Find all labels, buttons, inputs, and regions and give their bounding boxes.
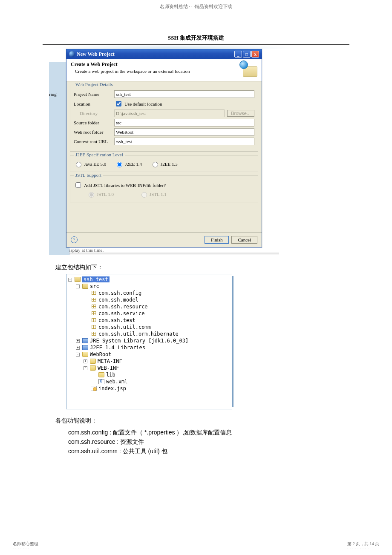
desc-resource: com.ssh.resource : 资源文件: [68, 438, 349, 446]
tree-jre[interactable]: JRE System Library [jdk1.6.0_03]: [90, 338, 188, 344]
input-source-folder[interactable]: [114, 119, 254, 127]
cancel-button[interactable]: Cancel: [231, 236, 257, 244]
tree-pkg-model[interactable]: com.ssh.model: [98, 297, 138, 303]
tree-root[interactable]: ssh_test: [82, 276, 110, 282]
project-icon: [75, 277, 81, 282]
package-icon: [91, 325, 97, 330]
library-icon: [82, 345, 88, 350]
tree-j2ee-lib[interactable]: J2EE 1.4 Libraries: [90, 345, 145, 351]
folder-globe-icon: [240, 61, 257, 77]
jsp-file-icon: [91, 386, 97, 391]
checkbox-jstl[interactable]: [75, 182, 81, 188]
src-folder-icon: [82, 284, 88, 289]
legend-j2ee: J2EE Specification Level: [74, 152, 125, 157]
label-web-root: Web root folder: [74, 129, 114, 135]
document-title: SSH 集成开发环境搭建: [0, 34, 392, 44]
label-location: Location: [74, 101, 114, 106]
checkbox-default-location[interactable]: [116, 101, 121, 106]
toggle-plus-icon[interactable]: +: [76, 346, 80, 350]
footer-left: 名师精心整理 · · · · · · ·: [13, 541, 38, 551]
package-icon: [91, 297, 97, 302]
legend-details: Web Project Details: [74, 82, 115, 87]
input-project-name[interactable]: [114, 90, 254, 98]
page-header: 名师资料总结 · · ·精品资料欢迎下载 · · · · · · · · · ·…: [0, 0, 392, 15]
section-tree-title: 建立包结构如下：: [55, 264, 349, 271]
status-line: display at this time.: [66, 247, 279, 253]
tree-index-jsp[interactable]: index.jsp: [98, 385, 126, 391]
tree-pkg-config[interactable]: com.ssh.config: [98, 290, 141, 296]
tree-pkg-resource[interactable]: com.ssh.resource: [98, 304, 148, 310]
finish-button[interactable]: Finish: [205, 236, 229, 244]
tree-pkg-test[interactable]: com.ssh.test: [98, 317, 135, 323]
package-icon: [91, 290, 97, 296]
label-j2ee13: J2EE 1.3: [161, 161, 178, 167]
folder-icon: [90, 359, 96, 364]
tree-pkg-service[interactable]: com.ssh.service: [98, 311, 144, 316]
radio-j2ee14[interactable]: [117, 162, 122, 167]
banner-desc: Create a web project in the workspace or…: [75, 69, 190, 74]
folder-icon: [82, 352, 88, 357]
legend-jstl: JSTL Support: [74, 173, 103, 178]
toggle-minus-icon[interactable]: -: [76, 285, 80, 288]
label-javaee5: Java EE 5.0: [84, 161, 106, 167]
label-jstl10: JSTL 1.0: [97, 192, 114, 197]
radio-jstl10: [89, 192, 94, 198]
help-icon[interactable]: ?: [71, 236, 78, 243]
header-line2: · · · · · · · · · · · · · · · ·: [0, 11, 392, 15]
footer-left-dots: · · · · · · ·: [13, 547, 38, 551]
toggle-minus-icon[interactable]: -: [84, 366, 87, 370]
package-icon: [91, 304, 97, 309]
package-icon: [91, 331, 97, 336]
window-title: New Web Project: [77, 51, 115, 58]
folder-icon: [98, 372, 104, 377]
input-web-root[interactable]: [114, 128, 254, 136]
label-jstl11: JSTL 1.1: [150, 192, 167, 197]
dialog-footer: ? Finish Cancel: [66, 232, 262, 247]
label-jstl-add: Add JSTL libraries to WEB-INF/lib folder…: [84, 183, 166, 188]
tree-meta-inf[interactable]: META-INF: [98, 358, 122, 364]
input-directory: [114, 109, 225, 117]
group-j2ee-spec: J2EE Specification Level Java EE 5.0 J2E…: [70, 155, 258, 172]
tree-src[interactable]: src: [90, 283, 99, 289]
tree-pkg-util-hib[interactable]: com.ssh.util.orm.hibernate: [98, 331, 179, 337]
tree-pkg-util-comm[interactable]: com.ssh.util.comm: [98, 324, 151, 330]
library-icon: [82, 338, 88, 343]
label-directory: Directory: [74, 111, 114, 116]
toggle-minus-icon[interactable]: -: [68, 278, 72, 282]
close-button[interactable]: X: [251, 51, 259, 58]
label-source-folder: Source folder: [74, 120, 114, 125]
desc-config: com.ssh.config : 配置文件（ *.properties ）,如数…: [68, 429, 349, 437]
tree-web-inf[interactable]: WEB-INF: [98, 365, 119, 371]
header-line1: 名师资料总结 · · ·精品资料欢迎下载: [0, 3, 392, 10]
explorer-ring-label: ring: [49, 92, 57, 97]
label-default-location: Use default location: [124, 101, 162, 106]
toggle-minus-icon[interactable]: -: [76, 353, 80, 357]
new-web-project-dialog: New Web Project _ □ X Create a Web Proje…: [66, 49, 262, 247]
radio-jstl11: [141, 192, 147, 198]
footer-page-number: 第 2 页，共 14 页: [347, 541, 379, 547]
label-context-root: Context root URL: [74, 139, 114, 144]
tree-web-xml[interactable]: web.xml: [106, 379, 128, 385]
app-icon: [69, 51, 75, 57]
desc-title: 各包功能说明：: [55, 417, 349, 425]
footer-right: 第 2 页，共 14 页 · · · · · · · · ·: [347, 541, 379, 551]
package-tree: -ssh_test -src com.ssh.config com.ssh.mo…: [66, 274, 232, 409]
radio-j2ee13[interactable]: [153, 162, 158, 167]
dialog-screenshot: lorer ring New Web Project _ □ X Create …: [66, 49, 279, 255]
group-jstl: JSTL Support Add JSTL libraries to WEB-I…: [70, 175, 258, 202]
package-icon: [91, 318, 97, 323]
browse-button: Browse...: [227, 110, 254, 117]
banner-title: Create a Web Project: [71, 61, 190, 68]
toggle-plus-icon[interactable]: +: [76, 339, 80, 343]
maximize-button[interactable]: □: [243, 51, 251, 58]
input-context-root[interactable]: [114, 138, 254, 145]
group-web-project-details: Web Project Details Project Name Locatio…: [70, 85, 258, 152]
titlebar: New Web Project _ □ X: [66, 49, 262, 59]
minimize-button[interactable]: _: [234, 51, 242, 58]
desc-util: com.ssh.util.comm : 公共工具 (util) 包: [68, 448, 349, 455]
tree-webroot[interactable]: WebRoot: [90, 351, 112, 357]
xml-file-icon: [98, 379, 104, 384]
toggle-plus-icon[interactable]: +: [84, 359, 87, 363]
tree-lib[interactable]: lib: [106, 372, 115, 378]
radio-javaee5[interactable]: [76, 162, 81, 167]
